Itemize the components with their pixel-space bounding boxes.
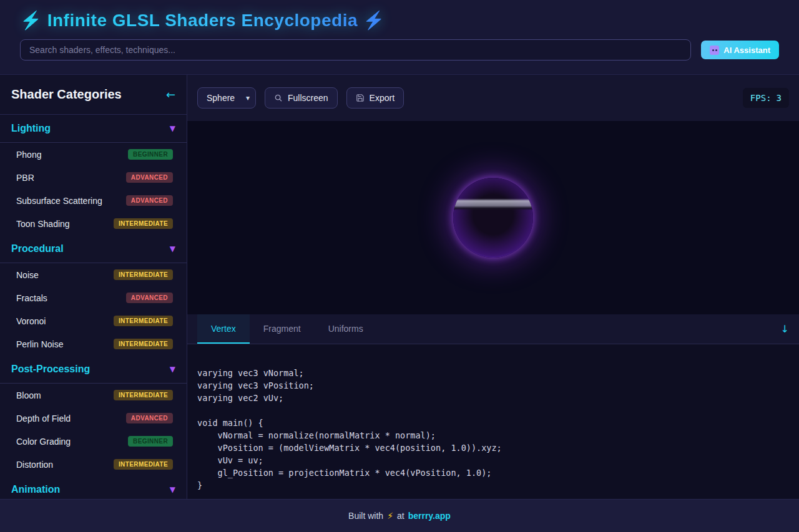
berrry-app-link[interactable]: berrry.app (408, 511, 451, 521)
main-panel: Sphere Fullscreen Export FPS: 3 Vertex F… (187, 75, 799, 499)
shader-label: Fractals (16, 293, 47, 303)
sidebar-item-voronoi[interactable]: Voronoi INTERMEDIATE (0, 309, 187, 332)
chevron-down-icon: ▼ (170, 365, 175, 374)
vertex-shader-code[interactable]: varying vec3 vNormal; varying vec3 vPosi… (187, 344, 799, 499)
difficulty-badge: ADVANCED (126, 172, 173, 183)
category-header-lighting[interactable]: Lighting ▼ (0, 115, 187, 143)
difficulty-badge: BEGINNER (128, 149, 173, 160)
difficulty-badge: INTERMEDIATE (114, 269, 173, 280)
shader-label: Noise (16, 270, 39, 280)
difficulty-badge: INTERMEDIATE (114, 218, 173, 229)
magnifier-icon (274, 94, 283, 102)
robot-icon (710, 46, 719, 55)
difficulty-badge: INTERMEDIATE (114, 459, 173, 470)
shader-label: Toon Shading (16, 219, 70, 229)
shader-3d-viewport[interactable] (187, 121, 799, 314)
footer-text: Built with (348, 511, 383, 521)
export-label: Export (370, 93, 395, 103)
category-header-procedural[interactable]: Procedural ▼ (0, 235, 187, 263)
difficulty-badge: ADVANCED (126, 293, 173, 303)
shader-label: Voronoi (16, 316, 46, 326)
shader-label: Bloom (16, 390, 41, 400)
shader-label: Depth of Field (16, 414, 71, 423)
difficulty-badge: ADVANCED (126, 413, 173, 423)
category-header-post-processing[interactable]: Post-Processing ▼ (0, 355, 187, 384)
editor-collapse-icon[interactable]: ↓ (781, 323, 789, 335)
ai-assistant-label: AI Assistant (723, 46, 770, 55)
category-name: Lighting (11, 123, 51, 134)
difficulty-badge: INTERMEDIATE (114, 339, 173, 349)
category-name: Animation (11, 484, 60, 495)
viewport-toolbar: Sphere Fullscreen Export FPS: 3 (187, 75, 799, 121)
difficulty-badge: BEGINNER (128, 436, 173, 447)
sidebar-item-bloom[interactable]: Bloom INTERMEDIATE (0, 384, 187, 407)
content-area: Shader Categories ← Lighting ▼ Phong BEG… (0, 75, 799, 499)
sidebar-item-perlin-noise[interactable]: Perlin Noise INTERMEDIATE (0, 332, 187, 355)
shape-select[interactable]: Sphere (197, 87, 256, 109)
shader-preview-sphere (453, 178, 533, 258)
tab-vertex[interactable]: Vertex (197, 314, 250, 344)
sidebar-item-depth-of-field[interactable]: Depth of Field ADVANCED (0, 407, 187, 430)
sidebar-item-noise[interactable]: Noise INTERMEDIATE (0, 263, 187, 286)
shader-label: Phong (16, 150, 41, 160)
ai-assistant-button[interactable]: AI Assistant (701, 41, 779, 59)
chevron-down-icon: ▼ (170, 485, 175, 494)
save-icon (356, 94, 365, 102)
fps-label: FPS: (750, 93, 772, 103)
tab-fragment[interactable]: Fragment (250, 314, 315, 344)
difficulty-badge: INTERMEDIATE (114, 390, 173, 400)
sidebar-item-pbr[interactable]: PBR ADVANCED (0, 166, 187, 189)
shader-label: PBR (16, 173, 34, 183)
fullscreen-button[interactable]: Fullscreen (265, 87, 338, 109)
category-header-animation[interactable]: Animation ▼ (0, 476, 187, 499)
page-title: ⚡ Infinite GLSL Shaders Encyclopedia ⚡ (20, 10, 385, 31)
export-button[interactable]: Export (346, 87, 404, 109)
sidebar-item-distortion[interactable]: Distortion INTERMEDIATE (0, 453, 187, 476)
chevron-down-icon: ▼ (170, 124, 175, 133)
sidebar-item-phong[interactable]: Phong BEGINNER (0, 143, 187, 166)
tab-uniforms[interactable]: Uniforms (315, 314, 377, 344)
shape-select-wrap: Sphere (197, 87, 256, 109)
category-name: Procedural (11, 243, 64, 254)
difficulty-badge: INTERMEDIATE (114, 316, 173, 326)
app-header: ⚡ Infinite GLSL Shaders Encyclopedia ⚡ A… (0, 0, 799, 75)
sidebar-item-toon-shading[interactable]: Toon Shading INTERMEDIATE (0, 212, 187, 235)
search-row: AI Assistant (20, 39, 779, 60)
fps-value: 3 (777, 93, 782, 103)
app-footer: Built with ⚡ at berrry.app (0, 499, 799, 532)
sidebar-collapse-icon[interactable]: ← (166, 88, 175, 101)
sidebar-item-subsurface-scattering[interactable]: Subsurface Scattering ADVANCED (0, 189, 187, 212)
sidebar-shader-categories: Shader Categories ← Lighting ▼ Phong BEG… (0, 75, 187, 499)
sidebar-item-fractals[interactable]: Fractals ADVANCED (0, 286, 187, 309)
shader-label: Perlin Noise (16, 339, 63, 349)
code-editor[interactable]: varying vec3 vNormal; varying vec3 vPosi… (187, 344, 799, 499)
search-input[interactable] (20, 39, 691, 60)
editor-tabbar: Vertex Fragment Uniforms ↓ (187, 314, 799, 344)
difficulty-badge: ADVANCED (126, 195, 173, 206)
category-name: Post-Processing (11, 364, 90, 375)
chevron-down-icon: ▼ (170, 244, 175, 253)
sidebar-header: Shader Categories ← (0, 75, 187, 115)
sidebar-item-color-grading[interactable]: Color Grading BEGINNER (0, 430, 187, 453)
fps-counter: FPS: 3 (743, 88, 789, 108)
shader-label: Color Grading (16, 437, 71, 447)
sidebar-title: Shader Categories (11, 87, 122, 102)
footer-text: at (397, 511, 404, 521)
lightning-bolt-icon: ⚡ (387, 511, 393, 521)
fullscreen-label: Fullscreen (288, 93, 328, 103)
shader-label: Distortion (16, 460, 53, 470)
shader-label: Subsurface Scattering (16, 196, 102, 206)
